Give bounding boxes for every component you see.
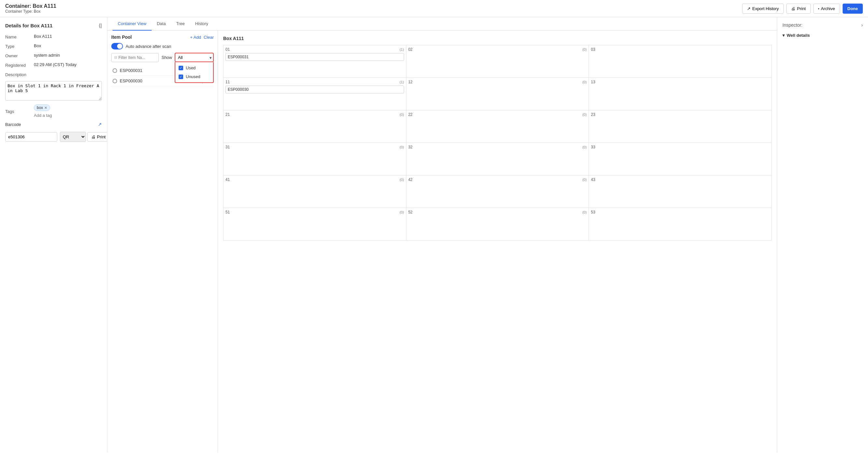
barcode-input-row: QR 🖨 Print	[5, 129, 102, 145]
app-header: Container: Box A111 Container Type: Box …	[0, 0, 868, 17]
cell-number: 12	[408, 80, 412, 84]
inspector-close-icon[interactable]: ›	[861, 23, 863, 28]
cell-count: (0)	[400, 210, 404, 214]
auto-advance-toggle[interactable]	[111, 43, 123, 50]
collapse-sidebar-icon[interactable]: ⟨|	[99, 23, 102, 29]
tab-tree[interactable]: Tree	[171, 17, 190, 31]
cell-number: 43	[591, 177, 595, 182]
box-grid: 01(1)ESP00003102(0)0311(1)ESP00003012(0)…	[223, 45, 772, 241]
cell-count: (0)	[582, 80, 587, 84]
tags-field-row: Tags box ✕	[5, 104, 102, 118]
grid-cell[interactable]: 41(0)	[223, 175, 406, 208]
unused-checkbox[interactable]	[179, 74, 183, 79]
tab-container-view[interactable]: Container View	[113, 17, 152, 31]
grid-cell[interactable]: 21(0)	[223, 110, 406, 143]
show-filter-select[interactable]: All Used Unused	[175, 53, 214, 62]
grid-cell[interactable]: 31(0)	[223, 143, 406, 175]
cell-number: 33	[591, 145, 595, 149]
item-radio-0[interactable]	[113, 68, 117, 73]
grid-cell[interactable]: 03	[589, 45, 772, 78]
tag-remove-icon[interactable]: ✕	[44, 106, 47, 110]
grid-cell[interactable]: 51(0)	[223, 208, 406, 241]
export-icon: ↗	[747, 6, 750, 11]
grid-cell[interactable]: 33	[589, 143, 772, 175]
grid-cell[interactable]: 32(0)	[406, 143, 589, 175]
well-details-arrow-icon: ▾	[782, 33, 785, 38]
header-actions: ↗ Export History 🖨 Print ▪ Archive Done	[742, 4, 863, 14]
description-textarea[interactable]: Box in Slot 1 in Rack 1 in Freezer A in …	[5, 81, 102, 100]
archive-button[interactable]: ▪ Archive	[813, 4, 840, 14]
tags-label: Tags	[5, 109, 31, 114]
done-button[interactable]: Done	[843, 4, 863, 14]
cell-count: (0)	[582, 48, 587, 52]
used-checkbox[interactable]	[179, 66, 183, 70]
name-field-row: Name Box A111	[5, 34, 102, 39]
barcode-link-icon[interactable]: ↗	[98, 122, 102, 127]
tag-input[interactable]	[34, 113, 89, 118]
cell-number: 41	[225, 177, 230, 182]
item-id-1: ESP000030	[120, 79, 177, 83]
grid-cell[interactable]: 12(0)	[406, 78, 589, 110]
owner-field-row: Owner system admin	[5, 53, 102, 58]
tab-data[interactable]: Data	[152, 17, 171, 31]
dropdown-item-unused[interactable]: Unused	[175, 72, 213, 81]
registered-label: Registered	[5, 62, 31, 68]
grid-cell[interactable]: 42(0)	[406, 175, 589, 208]
owner-label: Owner	[5, 53, 31, 58]
barcode-input[interactable]	[5, 132, 57, 142]
container-title: Container: Box A111	[5, 3, 56, 9]
cell-count: (0)	[400, 178, 404, 182]
print-button[interactable]: 🖨 Print	[786, 4, 811, 14]
cell-number: 52	[408, 210, 412, 214]
grid-cell[interactable]: 11(1)ESP000030	[223, 78, 406, 110]
dropdown-item-used[interactable]: Used	[175, 63, 213, 72]
well-details-label: Well details	[787, 33, 810, 38]
cell-count: (0)	[400, 113, 404, 117]
type-label: Type	[5, 43, 31, 49]
cell-number: 51	[225, 210, 230, 214]
tab-history[interactable]: History	[190, 17, 213, 31]
grid-cell[interactable]: 23	[589, 110, 772, 143]
grid-cell[interactable]: 13	[589, 78, 772, 110]
grid-cell[interactable]: 53	[589, 208, 772, 241]
cell-number: 23	[591, 112, 595, 117]
filter-icon: ⊟	[114, 55, 117, 60]
show-filter-dropdown-menu: Used Unused	[175, 62, 214, 83]
cell-item[interactable]: ESP000030	[225, 86, 404, 93]
name-label: Name	[5, 34, 31, 39]
barcode-type-select[interactable]: QR	[60, 132, 86, 142]
unused-label: Unused	[186, 74, 200, 79]
cell-count: (0)	[582, 145, 587, 149]
cell-number: 03	[591, 47, 595, 52]
export-history-button[interactable]: ↗ Export History	[742, 4, 784, 14]
sidebar: Details for Box A111 ⟨| Name Box A111 Ty…	[0, 17, 107, 453]
cell-count: (0)	[400, 145, 404, 149]
grid-cell[interactable]: 01(1)ESP000031	[223, 45, 406, 78]
item-radio-1[interactable]	[113, 79, 117, 83]
grid-cell[interactable]: 02(0)	[406, 45, 589, 78]
cell-item[interactable]: ESP000031	[225, 53, 404, 61]
barcode-print-button[interactable]: 🖨 Print	[87, 132, 107, 142]
header-title-section: Container: Box A111 Container Type: Box	[5, 3, 56, 14]
container-type: Container Type: Box	[5, 9, 56, 14]
sidebar-title: Details for Box A111	[5, 23, 52, 28]
cell-number: 01	[225, 47, 230, 52]
barcode-section: Barcode ↗ QR 🖨 Print	[5, 122, 102, 145]
add-item-button[interactable]: + Add	[190, 35, 201, 40]
inspector-header: Inspector: ›	[782, 23, 863, 28]
cell-count: (0)	[582, 210, 587, 214]
tag-box: box ✕	[34, 104, 50, 111]
filter-input[interactable]	[118, 55, 154, 60]
clear-items-button[interactable]: Clear	[204, 35, 214, 40]
grid-cell[interactable]: 22(0)	[406, 110, 589, 143]
content-area: Container View Data Tree History Item Po…	[107, 17, 777, 453]
barcode-label-row: Barcode ↗	[5, 122, 102, 127]
cell-count: (1)	[400, 80, 404, 84]
archive-icon: ▪	[818, 7, 819, 10]
show-dropdown-wrapper: All Used Unused ▾ Used	[175, 53, 214, 62]
box-grid-title: Box A111	[223, 36, 772, 41]
barcode-label: Barcode	[5, 122, 21, 127]
grid-cell[interactable]: 43	[589, 175, 772, 208]
grid-cell[interactable]: 52(0)	[406, 208, 589, 241]
inspector-panel: Inspector: › ▾ Well details	[777, 17, 868, 453]
